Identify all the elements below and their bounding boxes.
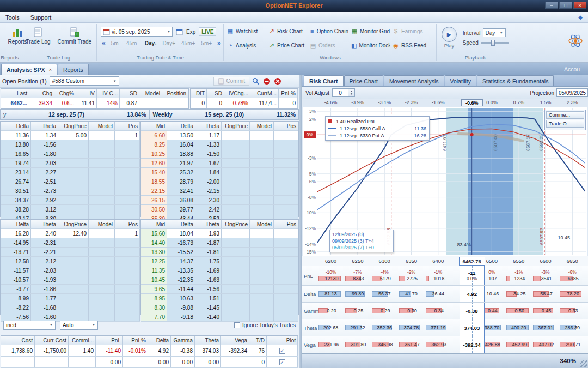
greek-cell[interactable]: -2%-2725 bbox=[399, 267, 424, 285]
nav-back[interactable]: « bbox=[100, 39, 108, 47]
plot-checkbox[interactable]: ✓ bbox=[279, 348, 285, 354]
tab-close-icon[interactable]: × bbox=[49, 67, 52, 73]
exp-label[interactable]: Exp bbox=[186, 29, 195, 35]
risk-chart-plot[interactable]: 6312.536597.926411.916507.006567.176592.… bbox=[303, 107, 587, 256]
position-select[interactable]: #588 Custom ▼ bbox=[50, 76, 119, 86]
speed-slider[interactable] bbox=[481, 42, 509, 44]
greek-cell[interactable]: -58.47 bbox=[533, 286, 558, 301]
greek-cell[interactable]: 41.70 bbox=[399, 286, 424, 301]
resize-grip[interactable] bbox=[580, 360, 587, 367]
nav-5m-minus[interactable]: 5m- bbox=[108, 40, 123, 47]
tab-reports[interactable]: Reports bbox=[58, 64, 89, 75]
leg-row[interactable]: 19.74-2.03 bbox=[1, 159, 140, 168]
tab-price-chart[interactable]: Price Chart bbox=[344, 75, 384, 86]
greek-cell[interactable]: 352.36 bbox=[372, 320, 397, 335]
leg-row[interactable]: 26.1536.08-2.30 bbox=[141, 196, 298, 205]
window-toggle-price-chart[interactable]: ↗Price Chart bbox=[266, 42, 307, 49]
move-pct-0-6[interactable]: -0.6% bbox=[461, 99, 483, 106]
tab-risk-chart[interactable]: Risk Chart bbox=[304, 75, 344, 86]
greek-cell[interactable]: -1%-1018 bbox=[426, 267, 451, 285]
greek-cell[interactable]: -0.25 bbox=[345, 303, 370, 318]
leg-row[interactable]: 18.5528.79-2.00 bbox=[141, 177, 298, 186]
window-toggle-earnings[interactable]: $Earnings bbox=[390, 28, 431, 34]
move-pct-3-1[interactable]: -3.1% bbox=[373, 100, 395, 105]
move-pct-0-0[interactable]: 0.0% bbox=[481, 100, 503, 105]
commit-button[interactable]: Commit bbox=[213, 77, 249, 86]
leg-row[interactable]: 30.51-2.73 bbox=[1, 186, 140, 196]
minimize-button[interactable]: – bbox=[545, 2, 558, 9]
window-toggle-rss-feed[interactable]: ◉RSS Feed bbox=[390, 42, 431, 49]
greek-cell[interactable]: -0.20 bbox=[318, 303, 344, 318]
chevron-down-icon[interactable]: ▼ bbox=[167, 30, 170, 33]
greek-cell[interactable]: 286.39 bbox=[560, 320, 585, 335]
leg-row[interactable]: 16.65-1.80 bbox=[1, 149, 140, 159]
leg-row[interactable]: -14.95-2.31 bbox=[1, 238, 140, 248]
greek-cell[interactable]: 26.44 bbox=[426, 286, 451, 301]
remove-position-icon[interactable] bbox=[263, 77, 271, 85]
leg-row[interactable]: 11.36-1.345.00-1 bbox=[1, 131, 140, 140]
greek-cell[interactable]: -1%-1234 bbox=[506, 267, 531, 285]
window-toggle-orders[interactable]: ▤Orders bbox=[307, 42, 348, 49]
greek-cell[interactable]: 367.01 bbox=[533, 320, 558, 335]
ignore-today-checkbox[interactable] bbox=[234, 322, 240, 328]
tab-fragment[interactable]: Accou bbox=[564, 66, 588, 75]
greek-cell[interactable]: 400.20 bbox=[506, 320, 531, 335]
greek-cell[interactable]: -10%-12130 bbox=[318, 267, 344, 285]
leg-row[interactable]: 12.6021.97-1.67 bbox=[141, 159, 298, 168]
commit-trade-button[interactable]: + Commit Trade bbox=[57, 24, 92, 52]
greek-cell[interactable]: -3%-3541 bbox=[533, 267, 558, 285]
leg-row[interactable]: 34.37-2.92 bbox=[1, 196, 140, 205]
nav-45m-minus[interactable]: 45m- bbox=[124, 40, 142, 47]
greek-cell[interactable]: 4.92 bbox=[460, 286, 485, 302]
leg-row[interactable]: 26.74-2.51 bbox=[1, 177, 140, 186]
greek-cell[interactable]: -231.96 bbox=[318, 337, 344, 352]
trade-log-button[interactable]: Trade Log bbox=[21, 24, 56, 52]
leg-row[interactable]: -11.57-2.03 bbox=[1, 266, 140, 275]
greek-cell[interactable]: 56.37 bbox=[372, 286, 397, 301]
greek-cell[interactable]: 291.32 bbox=[345, 320, 370, 335]
greek-cell[interactable]: -0.33 bbox=[560, 303, 585, 318]
leg-row[interactable]: 23.14-2.27 bbox=[1, 168, 140, 177]
expiry-15sep[interactable]: Weekly 15 sep. 25 (10) 11.32% bbox=[150, 109, 299, 120]
leg-row[interactable]: 8.95-10.63-1.51 bbox=[141, 294, 298, 303]
leg-row[interactable]: 8.30-9.88-1.45 bbox=[141, 303, 298, 312]
greek-cell[interactable]: -110.0% bbox=[460, 266, 485, 285]
leg-row[interactable]: 13.30-15.52-1.81 bbox=[141, 248, 298, 257]
window-toggle-watchlist[interactable]: ▦Watchlist bbox=[224, 28, 266, 35]
plot-checkbox[interactable]: ✓ bbox=[279, 359, 285, 365]
move-pct-3-9[interactable]: -3.9% bbox=[347, 100, 369, 105]
greek-cell[interactable]: -78.20 bbox=[560, 286, 585, 301]
tab-volatility[interactable]: Volatility bbox=[445, 75, 477, 86]
greek-cell[interactable]: -0.38 bbox=[460, 303, 485, 319]
leg-row[interactable]: 22.1532.41-2.15 bbox=[141, 186, 298, 196]
greek-cell[interactable]: -0.45 bbox=[533, 303, 558, 318]
spin-down-icon[interactable]: ▼ bbox=[350, 93, 353, 95]
leg-row[interactable]: -9.77-1.86 bbox=[1, 285, 140, 294]
leg-row[interactable]: -16.28-2.4012.40-1 bbox=[1, 229, 140, 238]
leg-row[interactable]: 15.4025.32-1.84 bbox=[141, 168, 298, 177]
tab-statistics-fundamentals[interactable]: Statistics & Fundamentals bbox=[477, 75, 554, 86]
leg-row[interactable]: 9.65-11.44-1.56 bbox=[141, 285, 298, 294]
window-toggle-risk-chart[interactable]: ↗Risk Chart bbox=[266, 28, 307, 35]
greek-cell[interactable]: 202.68 bbox=[318, 320, 344, 335]
auto-select[interactable]: Auto ▼ bbox=[60, 321, 98, 330]
live-button[interactable]: LIVE bbox=[199, 27, 216, 36]
window-toggle-monitor-grid[interactable]: ▦Monitor Grid bbox=[348, 28, 390, 35]
greek-cell[interactable]: -7%-8343 bbox=[345, 267, 370, 285]
greek-cell[interactable]: 374.78 bbox=[399, 320, 424, 335]
greek-cell[interactable]: 371.19 bbox=[426, 320, 451, 335]
greek-cell[interactable]: -301.80 bbox=[345, 337, 370, 352]
leg-row[interactable]: 10.2518.88-1.50 bbox=[141, 149, 298, 159]
greek-cell[interactable]: -392.34 bbox=[460, 336, 485, 353]
nav-day-minus[interactable]: Day- bbox=[142, 40, 160, 47]
projection-date-field[interactable]: 05/09/2025 bbox=[556, 88, 588, 97]
move-pct-2-3[interactable]: 2.3% bbox=[561, 100, 583, 105]
leg-row[interactable]: -12.58-2.12 bbox=[1, 257, 140, 266]
nav-5m-plus[interactable]: 5m+ bbox=[198, 40, 215, 47]
greek-cell[interactable]: -0.29 bbox=[372, 303, 397, 318]
leg-row[interactable]: 13.80-1.56 bbox=[1, 140, 140, 149]
leg-row[interactable]: -10.57-1.93 bbox=[1, 275, 140, 285]
greek-cell[interactable]: 374.03 bbox=[460, 319, 485, 336]
move-pct-1-6[interactable]: -1.6% bbox=[427, 100, 449, 105]
addons-icon[interactable]: ◆ bbox=[578, 14, 588, 20]
